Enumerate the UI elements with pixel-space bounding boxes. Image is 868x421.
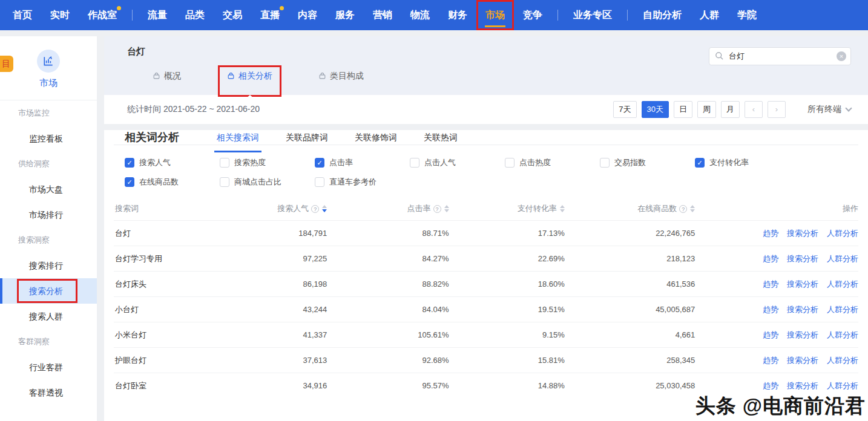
sidebar-item-监控看板[interactable]: 监控看板 [0,126,97,151]
nav-item-自助分析[interactable]: 自助分析 [634,0,691,30]
sort-carets-icon[interactable] [690,205,695,212]
nav-item-直播[interactable]: 直播 [251,0,289,30]
action-link-搜索分析[interactable]: 搜索分析 [787,279,818,289]
metric-checkbox-商城点击占比[interactable]: 商城点击占比 [220,177,315,188]
sidebar-item-客群透视[interactable]: 客群透视 [0,380,97,405]
action-link-趋势[interactable]: 趋势 [763,330,778,339]
metric-checkbox-直通车参考价[interactable]: 直通车参考价 [315,177,410,188]
nav-item-首页[interactable]: 首页 [4,0,41,30]
panel-tab-关联品牌词[interactable]: 关联品牌词 [286,122,328,152]
nav-item-市场[interactable]: 市场 [476,0,514,30]
action-link-搜索分析[interactable]: 搜索分析 [787,330,818,339]
tab-label: 相关分析 [238,71,272,82]
nav-item-label: 营销 [373,10,392,20]
metric-checkbox-支付转化率[interactable]: ✓支付转化率 [695,157,790,168]
nav-item-流量[interactable]: 流量 [139,0,176,30]
terminal-dropdown[interactable]: 所有终端 [807,104,851,115]
panel-tab-关联修饰词[interactable]: 关联修饰词 [355,122,397,152]
tab-类目构成[interactable]: 类目构成 [311,67,371,95]
sidebar-group-header: 搜索洞察 [0,227,97,253]
nav-item-品类[interactable]: 品类 [176,0,214,30]
action-link-人群分析[interactable]: 人群分析 [827,330,858,339]
nav-item-交易[interactable]: 交易 [214,0,251,30]
action-link-人群分析[interactable]: 人群分析 [827,279,858,289]
sidebar-group-header: 供给洞察 [0,151,97,177]
corner-badge[interactable]: 目 [0,56,13,72]
action-link-搜索分析[interactable]: 搜索分析 [787,381,818,390]
action-link-人群分析[interactable]: 人群分析 [827,305,858,314]
sidebar-item-搜索人群[interactable]: 搜索人群 [0,304,97,329]
action-link-趋势[interactable]: 趋势 [763,305,778,314]
metric-label: 点击热度 [519,157,551,168]
nav-item-作战室[interactable]: 作战室 [79,0,126,30]
metric-checkbox-在线商品数[interactable]: ✓在线商品数 [125,177,220,188]
sidebar-app-label[interactable]: 市场 [0,77,97,89]
cell-online-products: 25,030,458 [565,373,695,399]
metric-checkbox-点击率[interactable]: ✓点击率 [315,157,410,168]
nav-divider [557,10,558,21]
action-link-搜索分析[interactable]: 搜索分析 [787,305,818,314]
sidebar-item-搜索分析[interactable]: 搜索分析 [0,278,97,304]
column-label: 搜索词 [115,203,139,214]
metric-checkbox-搜索热度[interactable]: 搜索热度 [220,157,315,168]
checkbox-icon [410,158,419,168]
column-header-inner: 点击率? [407,203,449,214]
nav-item-营销[interactable]: 营销 [364,0,401,30]
tab-相关分析[interactable]: 相关分析 [220,67,280,95]
metric-checkbox-搜索人气[interactable]: ✓搜索人气 [125,157,220,168]
nav-item-label: 财务 [448,10,467,20]
metric-checkbox-点击人气[interactable]: 点击人气 [410,157,505,168]
range-button-7天[interactable]: 7天 [613,101,636,118]
action-link-搜索分析[interactable]: 搜索分析 [787,229,818,238]
tab-概况[interactable]: 概况 [145,67,188,95]
range-button-月[interactable]: 月 [721,101,740,118]
checkbox-icon: ✓ [125,177,134,187]
action-link-趋势[interactable]: 趋势 [763,356,778,365]
nav-item-实时[interactable]: 实时 [41,0,79,30]
action-link-搜索分析[interactable]: 搜索分析 [787,356,818,365]
action-link-搜索分析[interactable]: 搜索分析 [787,254,818,263]
nav-item-label: 市场 [485,10,505,20]
sidebar-item-搜索排行[interactable]: 搜索排行 [0,253,97,278]
metric-checkbox-交易指数[interactable]: 交易指数 [600,157,695,168]
panel-tab-相关搜索词[interactable]: 相关搜索词 [217,122,259,152]
nav-item-服务[interactable]: 服务 [326,0,364,30]
nav-item-物流[interactable]: 物流 [401,0,439,30]
action-link-人群分析[interactable]: 人群分析 [827,381,858,390]
nav-item-内容[interactable]: 内容 [289,0,326,30]
action-link-趋势[interactable]: 趋势 [763,381,778,390]
nav-item-业务专区[interactable]: 业务专区 [564,0,621,30]
checkbox-icon [220,177,229,187]
panel-tab-关联热词[interactable]: 关联热词 [424,122,458,152]
nav-item-label: 学院 [737,10,757,20]
sort-carets-icon[interactable] [322,205,327,212]
range-button-日[interactable]: 日 [674,101,692,118]
action-link-人群分析[interactable]: 人群分析 [827,254,858,263]
action-link-趋势[interactable]: 趋势 [763,254,778,263]
nav-item-学院[interactable]: 学院 [728,0,766,30]
search-input[interactable] [709,47,851,65]
range-button-周[interactable]: 周 [697,101,716,118]
range-button-›[interactable]: › [768,101,786,118]
nav-item-竞争[interactable]: 竞争 [514,0,551,30]
nav-item-财务[interactable]: 财务 [439,0,476,30]
clear-search-icon[interactable]: × [837,51,846,61]
column-header-inner: 支付转化率 [518,203,565,214]
sidebar-item-行业客群[interactable]: 行业客群 [0,354,97,380]
sort-carets-icon[interactable] [560,205,565,212]
cell-ctr: 88.82% [327,272,449,297]
range-button-30天[interactable]: 30天 [642,101,669,118]
sidebar-item-市场大盘[interactable]: 市场大盘 [0,177,97,202]
action-link-人群分析[interactable]: 人群分析 [827,229,858,238]
sidebar-item-市场排行[interactable]: 市场排行 [0,202,97,227]
range-button-‹[interactable]: ‹ [745,101,763,118]
column-label: 搜索人气 [277,203,309,214]
metric-checkbox-点击热度[interactable]: 点击热度 [505,157,600,168]
cell-keyword: 护眼台灯 [114,348,211,373]
action-link-人群分析[interactable]: 人群分析 [827,356,858,365]
sort-carets-icon[interactable] [444,205,449,212]
nav-item-人群[interactable]: 人群 [691,0,728,30]
cell-online-products: 45,005,687 [565,297,695,322]
action-link-趋势[interactable]: 趋势 [763,229,778,238]
action-link-趋势[interactable]: 趋势 [763,279,778,289]
